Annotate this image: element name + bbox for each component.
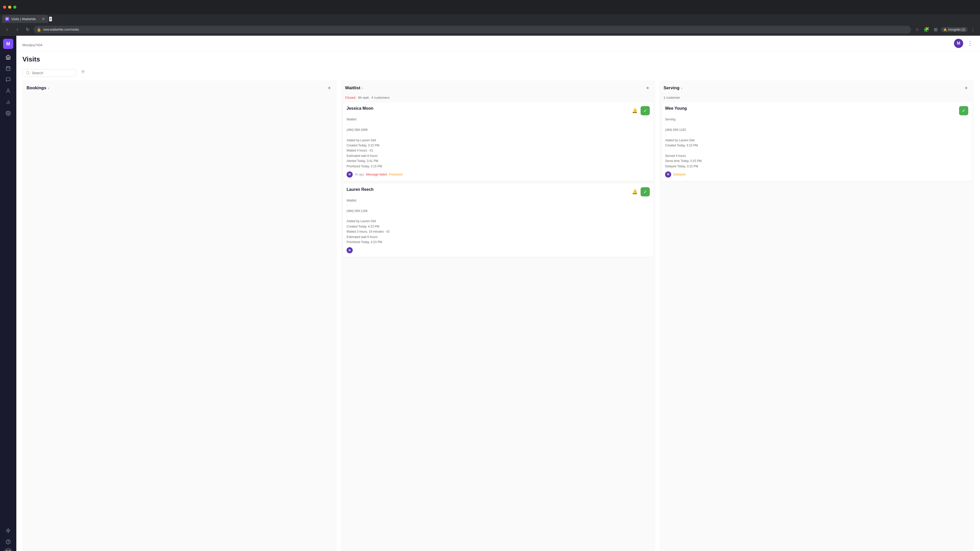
more-options-button[interactable]: ⋮ — [966, 39, 974, 48]
sidebar-item-flash[interactable] — [3, 526, 13, 536]
reload-button[interactable]: ↻ — [24, 25, 32, 34]
wee-young-name: Wee Young — [665, 106, 687, 111]
lauren-reech-prioritized-line: Prioritized Today, 4:23 PM — [347, 240, 650, 245]
user-avatar[interactable]: M — [954, 39, 963, 48]
wee-young-card-header: Wee Young ✓ — [665, 106, 968, 115]
jessica-moon-waited: Waited 4 hours · #1 — [347, 148, 650, 153]
calendar-icon — [6, 66, 11, 71]
bookings-column-header: Bookings › + — [22, 80, 337, 95]
svg-rect-0 — [6, 67, 10, 70]
svg-line-13 — [29, 74, 29, 75]
toolbar — [16, 66, 980, 80]
search-box[interactable] — [22, 69, 76, 77]
jessica-moon-time-ago: 4h ago — [355, 173, 364, 176]
sidebar-item-people[interactable] — [3, 86, 13, 96]
serving-add-button[interactable]: + — [963, 84, 970, 92]
serving-customer-count: 1 customer — [659, 95, 974, 103]
lauren-reech-waited: Waited 3 hours, 19 minutes · #2 — [347, 229, 650, 234]
help-icon — [6, 539, 11, 545]
wee-young-created-served: Created Today, 3:15 PM · Served 4 hours — [665, 143, 968, 159]
waitlist-add-button[interactable]: + — [644, 84, 651, 92]
sidebar-toggle-button[interactable]: ⊞ — [932, 25, 940, 34]
sidebar-item-home[interactable] — [3, 52, 13, 62]
card-wee-young[interactable]: Wee Young ✓ Serving · (484) 569-1182 · A… — [662, 103, 972, 181]
tab-favicon: M — [5, 17, 9, 21]
waitlist-cards: Jessica Moon 🔔 ✓ Waitlist · (484) 569-18… — [341, 103, 655, 551]
serving-column-title[interactable]: Serving › — [663, 86, 682, 91]
sidebar-item-messages[interactable] — [3, 75, 13, 85]
wee-young-check-button[interactable]: ✓ — [959, 106, 968, 115]
jessica-moon-card-header: Jessica Moon 🔔 ✓ — [347, 106, 650, 115]
main-content: Moodjoy7434 M ⋮ Visits — [16, 36, 980, 551]
serving-column: Serving › + 1 customer Wee Young ✓ — [659, 80, 974, 551]
wee-young-delayed: Delayed Today, 3:15 PM — [665, 164, 968, 169]
browser-window-controls — [0, 0, 980, 14]
svg-point-12 — [26, 71, 29, 74]
lauren-reech-added-by: Added by Lauren Deli — [347, 219, 650, 224]
wee-young-user-avatar: M — [665, 171, 671, 178]
wee-young-delayed-badge: Delayed — [673, 172, 686, 176]
svg-point-4 — [7, 89, 9, 91]
sidebar-item-help[interactable] — [3, 537, 13, 547]
svg-marker-9 — [6, 529, 10, 533]
card-lauren-reech[interactable]: Lauren Reech 🔔 ✓ Waitlist · (484) 569-11… — [343, 184, 653, 257]
jessica-moon-check-button[interactable]: ✓ — [641, 106, 650, 115]
browser-nav-bar: ‹ › ↻ 🔒 new.waitwhile.com/visits ☆ 🧩 ⊞ 🕵… — [0, 24, 980, 36]
bookings-add-button[interactable]: + — [326, 84, 333, 92]
lauren-reech-bell-button[interactable]: 🔔 — [631, 188, 638, 196]
bookings-column-title[interactable]: Bookings › — [27, 86, 49, 91]
serving-cards: Wee Young ✓ Serving · (484) 569-1182 · A… — [659, 103, 974, 551]
waitlist-column-title[interactable]: Waitlist › — [345, 86, 363, 91]
kanban-board: Bookings › + Waitlist › + — [16, 80, 980, 551]
sidebar-user-avatar[interactable]: 🐱 — [3, 548, 13, 551]
lauren-reech-check-button[interactable]: ✓ — [641, 187, 650, 197]
filter-button[interactable] — [79, 68, 87, 77]
bookmark-button[interactable]: ☆ — [913, 25, 921, 34]
card-jessica-moon[interactable]: Jessica Moon 🔔 ✓ Waitlist · (484) 569-18… — [343, 103, 653, 181]
bookings-chevron-icon: › — [48, 86, 49, 90]
lauren-reech-created: Created Today, 4:23 PM — [347, 224, 650, 229]
bookings-cards — [22, 95, 337, 551]
extensions-button[interactable]: 🧩 — [922, 25, 931, 34]
svg-point-8 — [8, 113, 9, 114]
wee-young-type-phone: Serving · (484) 569-1182 · — [665, 117, 968, 138]
jessica-moon-alerted: Alerted Today, 3:41 PM — [347, 159, 650, 164]
lauren-reech-details: Waitlist · (484) 569-1184 · Added by Lau… — [347, 198, 650, 245]
jessica-moon-user-avatar: M — [347, 171, 353, 178]
wee-young-details: Serving · (484) 569-1182 · Added by Laur… — [665, 117, 968, 169]
sidebar-logo[interactable]: M — [3, 39, 13, 49]
jessica-moon-actions: 🔔 ✓ — [631, 106, 650, 115]
new-tab-button[interactable]: + — [49, 17, 52, 21]
jessica-moon-type-phone: Waitlist · (484) 569-1899 · — [347, 117, 650, 138]
app-container: M — [0, 36, 980, 551]
search-input[interactable] — [32, 71, 73, 75]
sidebar-item-settings[interactable] — [3, 108, 13, 118]
analytics-icon — [6, 100, 11, 105]
lauren-reech-actions: 🔔 ✓ — [631, 187, 650, 197]
address-text: new.waitwhile.com/visits — [43, 27, 79, 32]
menu-button[interactable]: ⋮ — [969, 25, 977, 34]
jessica-moon-bell-button[interactable]: 🔔 — [631, 107, 638, 114]
settings-icon — [6, 111, 11, 116]
address-bar[interactable]: 🔒 new.waitwhile.com/visits — [34, 26, 911, 33]
waitlist-column-header: Waitlist › + — [341, 80, 655, 95]
flash-icon — [6, 528, 11, 533]
tab-close-button[interactable]: ✕ — [41, 17, 45, 21]
top-bar: Moodjoy7434 M ⋮ — [16, 36, 980, 51]
chat-icon — [6, 77, 11, 82]
search-icon — [26, 71, 30, 75]
serving-column-header: Serving › + — [659, 80, 974, 95]
forward-button[interactable]: › — [13, 25, 21, 34]
waitlist-column-status: Closed · 6h wait · 4 customers — [341, 95, 655, 103]
jessica-moon-footer: M 4h ago Message failed Prioritized — [347, 171, 650, 178]
jessica-moon-msg-failed: Message failed — [366, 173, 387, 176]
sidebar-item-analytics[interactable] — [3, 97, 13, 107]
sidebar-item-calendar[interactable] — [3, 63, 13, 73]
back-button[interactable]: ‹ — [3, 25, 11, 34]
jessica-moon-name: Jessica Moon — [347, 106, 373, 111]
jessica-moon-added-by: Added by Lauren Deli — [347, 138, 650, 143]
active-tab[interactable]: M Visits | Waitwhile ✕ — [2, 15, 48, 23]
incognito-badge: 🕵 Incognito (2) — [941, 27, 968, 32]
waitlist-chevron-icon: › — [362, 86, 363, 90]
browser-tab-bar: M Visits | Waitwhile ✕ + — [0, 14, 980, 24]
